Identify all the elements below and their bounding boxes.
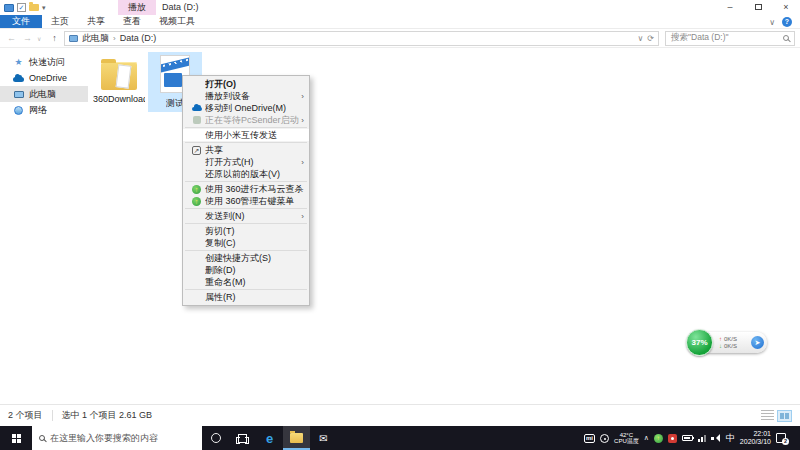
context-menu-item-label: 使用 360管理右键菜单	[205, 195, 306, 208]
rocket-boost-icon[interactable]: ➤	[751, 336, 764, 349]
360-safe-tray-icon[interactable]: ↑	[654, 434, 663, 443]
sidebar-item[interactable]: OneDrive	[0, 70, 88, 86]
sidebar-item[interactable]: 此电脑	[0, 86, 88, 102]
context-menu-item[interactable]: 打开(O)	[183, 78, 309, 90]
maximize-button[interactable]	[744, 0, 772, 15]
up-icon[interactable]: ↑	[48, 33, 61, 43]
network-icon[interactable]	[698, 434, 706, 442]
contextual-tab-play[interactable]: 播放	[118, 0, 156, 15]
cortana-button[interactable]	[202, 426, 229, 450]
taskbar: 在这里输入你要搜索的内容 e ✉ mi 42°C CPU温度 ∧ ↑ 中 22:…	[0, 426, 800, 450]
edge-button[interactable]: e	[256, 426, 283, 450]
submenu-arrow-icon: ›	[301, 92, 306, 101]
search-input[interactable]: 搜索"Data (D:)"	[665, 31, 795, 46]
desktop-screen: ✓ ▾ 播放 Data (D:) – × 文件主页共享查看视频工具 ∨ ? ← …	[0, 0, 800, 450]
context-menu-item[interactable]: 属性(R)	[183, 291, 309, 303]
back-icon[interactable]: ←	[5, 33, 18, 43]
sidebar-item-label: 网络	[29, 104, 47, 117]
volume-icon[interactable]	[711, 434, 721, 443]
refresh-icon[interactable]: ⟳	[647, 34, 654, 43]
details-view-icon[interactable]	[761, 410, 774, 421]
ribbon-collapse-icon[interactable]: ∨	[769, 18, 775, 27]
address-dropdown-icon[interactable]: ∨	[637, 34, 643, 43]
taskbar-search-placeholder: 在这里输入你要搜索的内容	[50, 432, 158, 445]
breadcrumb[interactable]: 此电脑 › Data (D:) ∨ ⟳	[64, 31, 659, 46]
task-view-button[interactable]	[229, 426, 256, 450]
hidden-icons-chevron[interactable]: ∧	[644, 434, 649, 442]
windows-logo-icon	[12, 434, 21, 443]
file-explorer-button[interactable]	[283, 426, 310, 450]
ribbon-tab[interactable]: 视频工具	[150, 15, 204, 28]
memory-percent-ball[interactable]: 37%	[686, 329, 713, 356]
context-menu-item[interactable]: 剪切(T)	[183, 225, 309, 237]
close-button[interactable]: ×	[772, 0, 800, 15]
context-menu-item-label: 属性(R)	[205, 291, 306, 304]
i360-icon: ↑	[192, 185, 201, 194]
ribbon-tab[interactable]: 共享	[78, 15, 114, 28]
file-name: 360Downloads	[93, 94, 145, 104]
edge-icon: e	[266, 431, 273, 446]
explorer-icon	[4, 4, 14, 12]
taskbar-search-input[interactable]: 在这里输入你要搜索的内容	[32, 426, 202, 450]
history-dropdown-icon[interactable]: ∨	[37, 35, 45, 42]
gauge-speeds: ↑0K/S ↓0K/S	[719, 336, 751, 350]
sidebar-item[interactable]: ★快速访问	[0, 54, 88, 70]
context-menu-item[interactable]: 发送到(N)›	[183, 210, 309, 222]
context-menu-item[interactable]: ↑使用 360进行木马云查杀	[183, 183, 309, 195]
context-menu-item[interactable]: 创建快捷方式(S)	[183, 252, 309, 264]
clock[interactable]: 22:01 2020/3/10	[740, 430, 771, 446]
context-menu-item[interactable]: ↗共享	[183, 144, 309, 156]
context-menu-item-label: 使用小米互传发送	[205, 129, 306, 142]
drive-icon	[69, 35, 78, 42]
download-speed: 0K/S	[724, 343, 737, 350]
speed-gauge-widget[interactable]: ↑0K/S ↓0K/S ➤ 37%	[686, 329, 768, 357]
help-icon[interactable]: ?	[782, 17, 792, 27]
properties-icon[interactable]: ✓	[17, 3, 26, 12]
notification-badge: 2	[782, 438, 789, 445]
battery-icon[interactable]	[682, 435, 693, 441]
thumbnail-view-icon[interactable]	[777, 410, 792, 422]
sidebar-item[interactable]: 网络	[0, 102, 88, 118]
maximize-icon	[755, 4, 762, 10]
minimize-button[interactable]: –	[716, 0, 744, 15]
context-menu-item[interactable]: 打开方式(H)›	[183, 156, 309, 168]
new-folder-icon[interactable]	[29, 4, 39, 11]
context-menu: 打开(O)播放到设备›移动到 OneDrive(M)正在等待PcSender启动…	[182, 75, 310, 306]
context-menu-item[interactable]: 复制(C)	[183, 237, 309, 249]
context-menu-item[interactable]: 播放到设备›	[183, 90, 309, 102]
context-menu-item[interactable]: 删除(D)	[183, 264, 309, 276]
file-explorer-icon	[290, 433, 303, 443]
explorer-body: ★快速访问OneDrive此电脑网络 360Downloads 测试	[0, 49, 800, 404]
forward-icon[interactable]: →	[21, 33, 34, 43]
folder-icon	[101, 62, 137, 90]
mail-icon: ✉	[319, 433, 327, 444]
ime-indicator[interactable]: 中	[726, 432, 735, 445]
start-button[interactable]	[0, 426, 32, 450]
red-tray-icon[interactable]	[668, 434, 677, 443]
search-placeholder: 搜索"Data (D:)"	[671, 32, 729, 44]
context-menu-item[interactable]: 移动到 OneDrive(M)	[183, 102, 309, 114]
file-item-folder[interactable]: 360Downloads	[92, 52, 146, 106]
xiaomi-tray-icon[interactable]: mi	[584, 434, 595, 443]
action-center-icon[interactable]: 2	[776, 433, 786, 443]
selection-info: 选中 1 个项目 2.61 GB	[62, 409, 153, 422]
breadcrumb-separator-icon: ›	[113, 34, 116, 43]
submenu-arrow-icon: ›	[301, 116, 306, 125]
ribbon-tab[interactable]: 查看	[114, 15, 150, 28]
app-tray-icon[interactable]	[600, 434, 609, 443]
context-menu-item[interactable]: 使用小米互传发送	[183, 129, 309, 141]
cpu-temperature[interactable]: 42°C CPU温度	[614, 432, 639, 445]
ribbon-right-controls: ∨ ?	[769, 15, 792, 29]
context-menu-item[interactable]: ↑使用 360管理右键菜单	[183, 195, 309, 207]
context-menu-item[interactable]: 重命名(M)	[183, 276, 309, 288]
pcsender-icon	[193, 116, 201, 124]
breadcrumb-root[interactable]: 此电脑	[82, 32, 109, 45]
context-menu-item[interactable]: 还原以前的版本(V)	[183, 168, 309, 180]
title-bar: ✓ ▾ 播放 Data (D:) – ×	[0, 0, 800, 15]
qat-dropdown-icon[interactable]: ▾	[42, 4, 46, 12]
breadcrumb-current[interactable]: Data (D:)	[120, 33, 157, 43]
ribbon-tab[interactable]: 主页	[42, 15, 78, 28]
ribbon-tab[interactable]: 文件	[0, 15, 42, 28]
search-icon	[783, 35, 789, 41]
mail-button[interactable]: ✉	[310, 426, 337, 450]
